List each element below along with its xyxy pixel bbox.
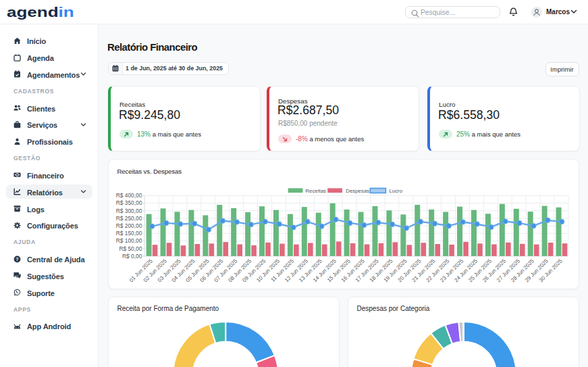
- svg-text:Lucro: Lucro: [389, 187, 402, 193]
- svg-text:R$ 400,00: R$ 400,00: [115, 192, 142, 199]
- svg-text:R$ 350,00: R$ 350,00: [115, 199, 142, 206]
- svg-text:R$ 150,00: R$ 150,00: [115, 230, 142, 237]
- svg-text:R$ 200,00: R$ 200,00: [115, 222, 142, 229]
- svg-text:R$ 0,00: R$ 0,00: [122, 252, 142, 259]
- svg-text:R$ 250,00: R$ 250,00: [115, 214, 142, 221]
- svg-text:R$ 300,00: R$ 300,00: [115, 207, 142, 214]
- svg-text:?: ?: [16, 256, 18, 261]
- svg-text:R$ 50,00: R$ 50,00: [119, 245, 142, 251]
- svg-text:Despesas: Despesas: [346, 187, 369, 193]
- svg-text:Receitas: Receitas: [305, 187, 326, 193]
- svg-text:R$ 100,00: R$ 100,00: [115, 237, 142, 244]
